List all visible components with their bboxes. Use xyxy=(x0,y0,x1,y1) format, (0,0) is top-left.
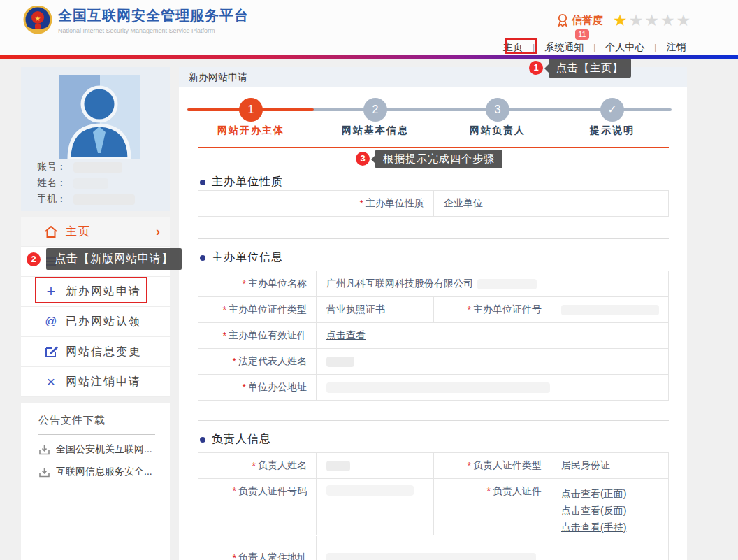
field-label: *负责人姓名 xyxy=(198,453,316,478)
field-value: 企业单位 xyxy=(433,191,668,216)
step-circle-4-check: ✓ xyxy=(600,98,624,122)
redacted-value xyxy=(326,461,350,471)
star-empty-icon: ★ xyxy=(660,11,676,29)
redacted-value xyxy=(326,485,414,496)
sidebar-item-label: 主页 xyxy=(66,224,91,239)
divider xyxy=(198,238,669,239)
avatar xyxy=(59,75,140,159)
bullet-icon xyxy=(200,180,205,185)
sidebar-item-label: 网站注销申请 xyxy=(66,375,141,389)
close-icon: × xyxy=(43,374,59,389)
field-label: *单位办公地址 xyxy=(198,375,316,400)
redacted-account-value xyxy=(73,162,122,173)
annotation-number-2: 2 xyxy=(27,252,41,266)
field-value xyxy=(316,349,668,374)
downloads-panel: 公告文件下载 全国公安机关互联网... 互联网信息服务安全... xyxy=(21,403,170,560)
download-icon xyxy=(38,466,50,478)
field-label: *负责人证件类型 xyxy=(433,453,551,478)
redacted-value xyxy=(326,382,550,393)
sidebar-item-label: 网站信息变更 xyxy=(66,345,141,359)
field-label: *主办单位证件号 xyxy=(433,297,551,322)
field-value xyxy=(316,536,668,560)
sidebar-item-home[interactable]: 主页 › xyxy=(21,217,170,247)
manager-table: *负责人姓名 *负责人证件类型 居民身份证 *负责人证件号码 *负责人证件 点击… xyxy=(198,452,669,560)
app-header: ★ 全国互联网安全管理服务平台 National Internet Securi… xyxy=(0,0,738,55)
field-value xyxy=(316,453,433,478)
star-empty-icon: ★ xyxy=(629,11,645,29)
field-value xyxy=(316,479,433,535)
view-id-back-link[interactable]: 点击查看(反面) xyxy=(561,502,626,519)
section-header-manager: 负责人信息 xyxy=(200,432,271,447)
steps-divider-line xyxy=(198,147,669,148)
at-icon: @ xyxy=(43,314,59,329)
star-empty-icon: ★ xyxy=(644,11,660,29)
annotation-box-new-application xyxy=(35,277,147,303)
annotation-number-1: 1 xyxy=(529,61,543,75)
star-empty-icon: ★ xyxy=(676,11,693,29)
sidebar-item-website-cancel-application[interactable]: × 网站注销申请 xyxy=(21,367,170,397)
field-label: *负责人证件号码 xyxy=(198,479,316,535)
annotation-tooltip-2: 点击【新版网站申请】 xyxy=(46,248,182,270)
divider xyxy=(198,420,669,421)
redacted-value xyxy=(326,357,354,367)
sidebar-item-claim-website[interactable]: @ 已办网站认领 xyxy=(21,307,170,337)
account-label: 账号： xyxy=(37,161,66,172)
phone-label: 手机： xyxy=(37,193,66,204)
download-icon xyxy=(38,444,50,456)
reputation: 信誉度 ★★★★★ xyxy=(556,11,692,29)
platform-title: 全国互联网安全管理服务平台 xyxy=(58,6,249,25)
svg-text:★: ★ xyxy=(35,15,41,22)
download-item-label: 互联网信息服务安全... xyxy=(56,466,152,478)
redacted-value xyxy=(477,279,537,289)
platform-subtitle: National Internet Security Management Se… xyxy=(58,27,249,34)
field-value: 点击查看(正面) 点击查看(反面) 点击查看(手持) xyxy=(551,479,668,536)
medal-icon xyxy=(556,13,569,27)
section-header-nature: 主办单位性质 xyxy=(200,175,283,189)
nav-logout[interactable]: 注销 xyxy=(662,40,690,55)
nature-table: * 主办单位性质 企业单位 xyxy=(198,190,669,217)
field-label: *法定代表人姓名 xyxy=(198,349,316,374)
field-label: *负责人证件 xyxy=(433,479,551,535)
profile-panel: 账号： 姓名： 手机： xyxy=(21,67,170,211)
field-value: 点击查看 xyxy=(316,323,668,348)
field-value: 广州凡科互联网科技股份有限公司 xyxy=(316,271,668,296)
reputation-label: 信誉度 xyxy=(572,14,603,27)
section-header-org: 主办单位信息 xyxy=(200,250,283,265)
redacted-value xyxy=(561,305,659,315)
nav-system-notice[interactable]: 系统通知 xyxy=(540,40,588,55)
redacted-phone-value xyxy=(73,194,135,205)
annotation-number-3: 3 xyxy=(356,152,370,166)
field-value: 居民身份证 xyxy=(551,453,668,478)
redacted-value xyxy=(326,553,536,560)
step-label-1: 网站开办主体 xyxy=(202,124,300,137)
nav-separator: | xyxy=(654,43,656,52)
field-value xyxy=(316,375,668,400)
page: ★ 全国互联网安全管理服务平台 National Internet Securi… xyxy=(0,0,738,560)
divider xyxy=(38,434,155,435)
reputation-stars: ★★★★★ xyxy=(613,11,692,29)
field-label: * 主办单位性质 xyxy=(198,191,433,216)
step-label-3: 网站负责人 xyxy=(449,124,547,137)
logo: ★ 全国互联网安全管理服务平台 National Internet Securi… xyxy=(23,6,249,35)
star-filled-icon: ★ xyxy=(613,11,629,29)
download-item[interactable]: 互联网信息服务安全... xyxy=(38,466,164,478)
download-item-label: 全国公安机关互联网... xyxy=(56,443,152,456)
view-id-handheld-link[interactable]: 点击查看(手持) xyxy=(561,519,626,536)
bullet-icon xyxy=(200,255,205,261)
field-label: *负责人常住地址 xyxy=(198,536,316,560)
sidebar-item-website-info-change[interactable]: 网站信息变更 xyxy=(21,337,170,367)
home-icon xyxy=(43,224,59,238)
step-label-4: 提示说明 xyxy=(563,124,661,137)
section-title: 主办单位信息 xyxy=(212,250,283,265)
annotation-box-home-nav xyxy=(505,38,537,54)
downloads-title: 公告文件下载 xyxy=(38,414,106,427)
field-label: *主办单位有效证件 xyxy=(198,323,316,348)
view-id-front-link[interactable]: 点击查看(正面) xyxy=(561,485,626,502)
nav-personal-center[interactable]: 个人中心 xyxy=(601,40,649,55)
field-value: 营业执照证书 xyxy=(316,297,433,322)
download-item[interactable]: 全国公安机关互联网... xyxy=(38,443,164,456)
org-table: *主办单位名称 广州凡科互联网科技股份有限公司 *主办单位证件类型 营业执照证书… xyxy=(198,271,669,401)
field-value xyxy=(551,297,668,322)
view-cert-link[interactable]: 点击查看 xyxy=(326,329,366,342)
nav-separator: | xyxy=(593,43,595,52)
